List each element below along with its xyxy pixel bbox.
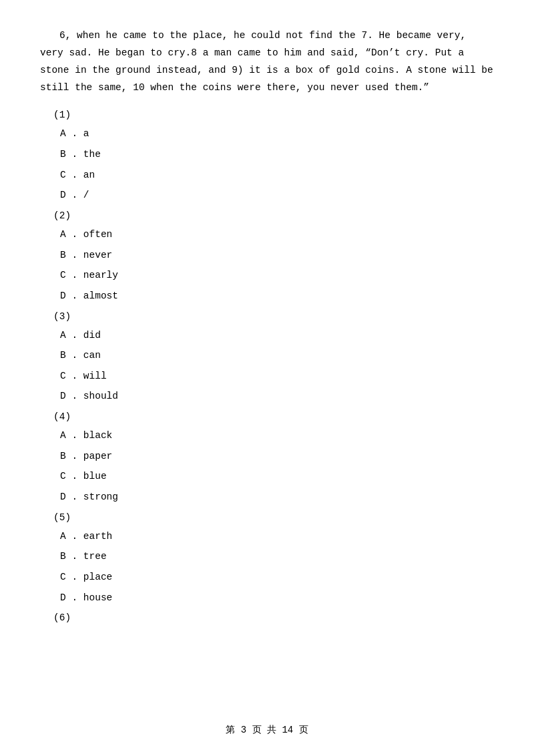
question-number-5: (5) — [53, 512, 494, 523]
option-3-b[interactable]: B . can — [60, 347, 494, 364]
question-number-4: (4) — [53, 411, 494, 422]
page-footer: 第 3 页 共 14 页 — [0, 724, 534, 736]
footer-text: 第 3 页 共 14 页 — [226, 725, 308, 735]
question-group-6: (6) — [40, 612, 494, 623]
question-group-1: (1)A . aB . theC . anD . / — [40, 110, 494, 204]
option-5-d[interactable]: D . house — [60, 590, 494, 606]
option-1-b[interactable]: B . the — [60, 146, 494, 163]
page-container: 6, when he came to the place, he could n… — [0, 0, 534, 756]
question-group-4: (4)A . blackB . paperC . blueD . strong — [40, 411, 494, 506]
question-number-3: (3) — [53, 311, 494, 322]
option-4-c[interactable]: C . blue — [60, 468, 494, 485]
option-2-a[interactable]: A . often — [60, 226, 494, 243]
option-3-c[interactable]: C . will — [60, 368, 494, 385]
option-4-d[interactable]: D . strong — [60, 489, 494, 506]
question-number-6: (6) — [53, 612, 494, 623]
option-2-c[interactable]: C . nearly — [60, 267, 494, 284]
question-number-1: (1) — [53, 110, 494, 120]
question-group-5: (5)A . earthB . treeC . placeD . house — [40, 512, 494, 606]
questions-container: (1)A . aB . theC . anD . /(2)A . oftenB … — [40, 110, 494, 623]
option-1-d[interactable]: D . / — [60, 187, 494, 204]
passage-text: 6, when he came to the place, he could n… — [40, 27, 494, 96]
question-group-3: (3)A . didB . canC . willD . should — [40, 311, 494, 405]
option-2-b[interactable]: B . never — [60, 247, 494, 264]
option-3-d[interactable]: D . should — [60, 388, 494, 405]
option-5-c[interactable]: C . place — [60, 569, 494, 586]
question-group-2: (2)A . oftenB . neverC . nearlyD . almos… — [40, 210, 494, 305]
option-4-a[interactable]: A . black — [60, 427, 494, 444]
option-4-b[interactable]: B . paper — [60, 448, 494, 465]
option-1-c[interactable]: C . an — [60, 167, 494, 184]
option-3-a[interactable]: A . did — [60, 327, 494, 344]
option-5-a[interactable]: A . earth — [60, 528, 494, 545]
option-5-b[interactable]: B . tree — [60, 548, 494, 565]
question-number-2: (2) — [53, 210, 494, 221]
option-2-d[interactable]: D . almost — [60, 288, 494, 305]
option-1-a[interactable]: A . a — [60, 126, 494, 142]
